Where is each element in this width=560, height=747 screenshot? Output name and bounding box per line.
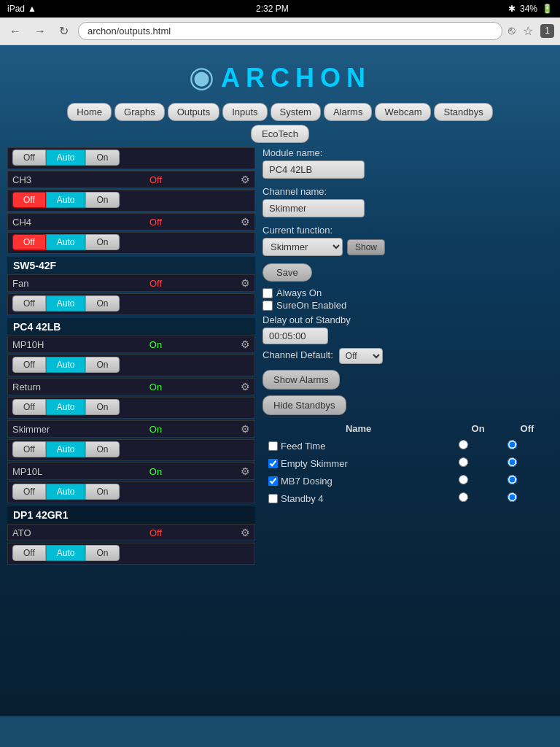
channel-row-mp10h: MP10H On ⚙ <box>8 336 254 352</box>
off-button[interactable]: Off <box>12 150 46 166</box>
save-button[interactable]: Save <box>262 263 312 282</box>
battery-label: 34% <box>520 4 537 14</box>
auto-button-ato[interactable]: Auto <box>46 545 86 561</box>
channel-row-return: Return On ⚙ <box>8 379 254 395</box>
standby4-off-radio[interactable] <box>508 492 517 502</box>
auto-button-fan[interactable]: Auto <box>46 295 86 311</box>
delay-input[interactable] <box>262 328 328 344</box>
on-button-ch4[interactable]: On <box>85 234 119 250</box>
share-icon[interactable]: ⎋ <box>508 24 516 38</box>
content-area: Off Auto On CH3 Off ⚙ Off Auto On <box>7 147 553 566</box>
nav-standbys[interactable]: Standbys <box>434 103 492 121</box>
off-active-button[interactable]: Off <box>12 192 46 208</box>
off-active-button-ch4[interactable]: Off <box>12 234 46 250</box>
on-header: On <box>454 421 502 436</box>
gear-icon-ato[interactable]: ⚙ <box>241 527 250 538</box>
nav-webcam[interactable]: Webcam <box>375 103 431 121</box>
gear-icon-mp10l[interactable]: ⚙ <box>241 465 250 477</box>
channel-name-input[interactable] <box>262 199 365 217</box>
standby-feedtime-check[interactable] <box>268 441 278 451</box>
section-dp1: DP1 42GR1 <box>7 506 255 524</box>
auto-button-mp10h[interactable]: Auto <box>46 357 86 373</box>
nav-graphs[interactable]: Graphs <box>114 103 165 121</box>
nav-alarms[interactable]: Alarms <box>324 103 372 121</box>
show-button[interactable]: Show <box>347 239 385 255</box>
bookmark-icon[interactable]: ☆ <box>523 24 533 38</box>
auto-button[interactable]: Auto <box>46 192 86 208</box>
tab-count[interactable]: 1 <box>540 24 554 38</box>
off-button-ato[interactable]: Off <box>12 545 46 561</box>
gear-icon-skimmer[interactable]: ⚙ <box>241 423 250 435</box>
mb7-on-radio[interactable] <box>459 475 468 484</box>
on-button-skimmer[interactable]: On <box>85 441 119 457</box>
on-button-ato[interactable]: On <box>85 545 119 561</box>
time-label: 2:32 PM <box>256 4 289 14</box>
sureon-checkbox[interactable] <box>262 301 273 311</box>
section-sw5: SW5-42F <box>7 257 255 274</box>
forward-button[interactable]: → <box>31 23 50 39</box>
on-button[interactable]: On <box>85 192 119 208</box>
auto-button-ch4[interactable]: Auto <box>46 234 86 250</box>
channel-name-mp10l: MP10L <box>12 466 71 477</box>
off-button-return[interactable]: Off <box>12 399 46 415</box>
standby-emptyskimmer-check[interactable] <box>268 459 278 468</box>
nav-inputs[interactable]: Inputs <box>222 103 267 121</box>
off-button-skimmer[interactable]: Off <box>12 441 46 457</box>
always-on-checkbox[interactable] <box>262 288 273 298</box>
nav-home[interactable]: Home <box>67 103 112 121</box>
feedtime-on-radio[interactable] <box>459 440 468 449</box>
sureon-row: SureOn Enabled <box>262 300 553 311</box>
control-row-mp10h: Off Auto On <box>8 355 254 376</box>
standby4-on-radio[interactable] <box>459 492 468 502</box>
emptyskimmer-on-radio[interactable] <box>459 457 468 467</box>
channel-name-fan: Fan <box>12 278 71 289</box>
on-button-mp10h[interactable]: On <box>85 357 119 373</box>
channel-card-fan-ctrl: Off Auto On <box>7 293 255 315</box>
auto-button-return[interactable]: Auto <box>46 399 86 415</box>
channel-name-group: Channel name: <box>262 186 553 217</box>
standby-standby4-check[interactable] <box>268 494 278 503</box>
channel-name-ch4: CH4 <box>12 217 71 228</box>
gear-icon-mp10h[interactable]: ⚙ <box>241 338 250 350</box>
reload-button[interactable]: ↻ <box>55 23 72 39</box>
nav-system[interactable]: System <box>271 103 321 121</box>
off-button-fan[interactable]: Off <box>12 295 46 311</box>
auto-button[interactable]: Auto <box>46 150 86 166</box>
battery-icon: 🔋 <box>542 4 553 14</box>
off-button-mp10l[interactable]: Off <box>12 484 46 500</box>
on-button[interactable]: On <box>85 150 119 166</box>
off-button-mp10h[interactable]: Off <box>12 357 46 373</box>
gear-icon-return[interactable]: ⚙ <box>241 381 250 392</box>
auto-button-mp10l[interactable]: Auto <box>46 484 86 500</box>
channel-status-ch3: Off <box>149 174 162 185</box>
control-row-fan: Off Auto On <box>8 294 254 314</box>
address-bar[interactable] <box>78 22 502 40</box>
gear-icon-ch4[interactable]: ⚙ <box>241 216 250 228</box>
on-button-fan[interactable]: On <box>85 295 119 311</box>
function-select[interactable]: Skimmer <box>262 238 343 256</box>
hide-standbys-button[interactable]: Hide Standbys <box>262 395 346 415</box>
channel-status-ch4: Off <box>149 217 162 228</box>
delay-group: Delay out of Standby <box>262 314 553 344</box>
module-name-group: Module name: <box>262 147 553 179</box>
module-name-input[interactable] <box>262 160 365 179</box>
standby-mb7-name: MB7 Dosing <box>281 476 332 487</box>
ecotech-button[interactable]: EcoTech <box>251 125 309 143</box>
back-button[interactable]: ← <box>6 23 25 39</box>
auto-button-skimmer[interactable]: Auto <box>46 441 86 457</box>
emptyskimmer-off-radio[interactable] <box>508 457 517 467</box>
on-button-return[interactable]: On <box>85 399 119 415</box>
nav-outputs[interactable]: Outputs <box>168 103 220 121</box>
gear-icon-fan[interactable]: ⚙ <box>241 277 250 289</box>
standby-mb7-check[interactable] <box>268 476 278 486</box>
show-alarms-button[interactable]: Show Alarms <box>262 370 340 390</box>
channel-name-return: Return <box>12 382 71 392</box>
channel-default-select[interactable]: Off On <box>339 348 383 364</box>
gear-icon-ch3[interactable]: ⚙ <box>241 174 250 185</box>
channel-name-ato: ATO <box>12 527 71 538</box>
mb7-off-radio[interactable] <box>508 475 517 484</box>
on-button-mp10l[interactable]: On <box>85 484 119 500</box>
channel-name-label: Channel name: <box>262 186 553 197</box>
browser-chrome: ← → ↻ ⎋ ☆ 1 <box>0 18 560 45</box>
feedtime-off-radio[interactable] <box>508 440 517 449</box>
